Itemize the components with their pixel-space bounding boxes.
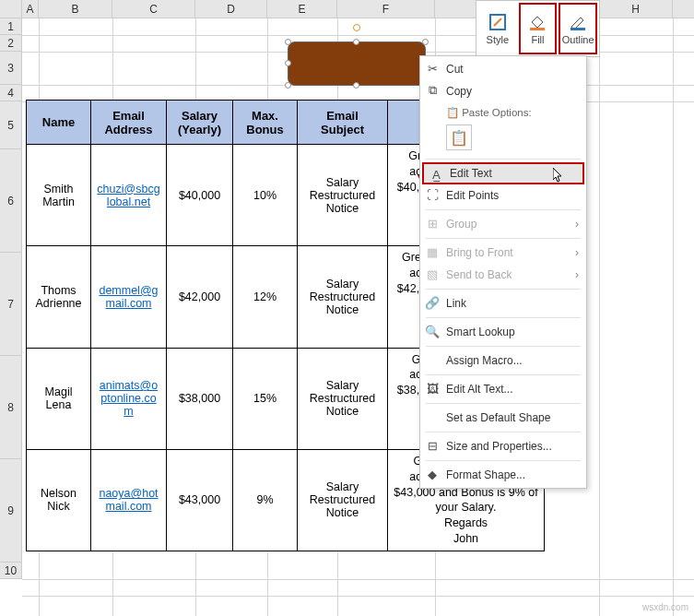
- col-header-e[interactable]: E: [267, 0, 337, 18]
- menu-label: Group: [446, 218, 476, 231]
- menu-edit-text[interactable]: A̲ Edit Text: [422, 162, 584, 184]
- menu-assign-macro[interactable]: Assign Macro...: [420, 349, 586, 372]
- menu-label: Send to Back: [446, 268, 512, 281]
- row-header-7[interactable]: 7: [0, 253, 21, 356]
- resize-handle[interactable]: [422, 39, 429, 45]
- style-label: Style: [487, 34, 509, 45]
- style-button[interactable]: Style: [478, 3, 517, 54]
- bring-front-icon: ▦: [425, 244, 440, 259]
- edit-points-icon: ⛶: [425, 187, 440, 202]
- menu-size-properties[interactable]: ⊟ Size and Properties...: [420, 435, 586, 457]
- menu-label: Link: [446, 297, 466, 310]
- menu-separator: [426, 238, 581, 239]
- menu-label: Set as Default Shape: [446, 411, 550, 424]
- email-link[interactable]: chuzi@sbcglobal.net: [97, 183, 159, 208]
- th-subject[interactable]: Email Subject: [298, 101, 388, 145]
- fill-label: Fill: [531, 34, 544, 45]
- cell-bonus[interactable]: 9%: [233, 449, 298, 551]
- menu-label: Edit Text: [450, 167, 492, 180]
- resize-handle[interactable]: [285, 82, 291, 89]
- rotate-handle[interactable]: [353, 24, 360, 31]
- fill-icon: [527, 12, 547, 32]
- menu-label: Size and Properties...: [446, 440, 552, 453]
- cell-email[interactable]: animats@optonline.com: [91, 348, 167, 449]
- menu-link[interactable]: 🔗 Link: [420, 292, 586, 314]
- col-header-c[interactable]: C: [112, 0, 195, 18]
- cell-subject[interactable]: Salary Restructured Notice: [298, 246, 388, 348]
- email-link[interactable]: demmel@gmail.com: [99, 284, 158, 310]
- th-salary[interactable]: Salary (Yearly): [167, 101, 233, 145]
- menu-cut[interactable]: ✂ Cut: [420, 58, 586, 80]
- fill-button[interactable]: Fill: [519, 3, 558, 54]
- cell-subject[interactable]: Salary Restructured Notice: [298, 348, 388, 449]
- menu-label: Edit Alt Text...: [446, 383, 512, 396]
- group-icon: ⊞: [425, 216, 440, 231]
- cell-salary[interactable]: $40,000: [167, 145, 233, 246]
- resize-handle[interactable]: [353, 39, 359, 45]
- menu-default-shape[interactable]: Set as Default Shape: [420, 407, 586, 429]
- menu-separator: [426, 289, 581, 290]
- cell-subject[interactable]: Salary Restructured Notice: [298, 449, 388, 551]
- menu-label: Format Shape...: [446, 468, 525, 481]
- row-header-9[interactable]: 9: [0, 459, 21, 563]
- cell-email[interactable]: demmel@gmail.com: [91, 246, 167, 348]
- email-link[interactable]: naoya@hotmail.com: [99, 487, 158, 513]
- cell-name[interactable]: Thoms Adrienne: [27, 246, 91, 348]
- menu-edit-alt-text[interactable]: 🖼 Edit Alt Text...: [420, 378, 586, 400]
- outline-label: Outline: [562, 34, 594, 45]
- row-header-3[interactable]: 3: [0, 52, 21, 85]
- paste-row: 📋: [420, 123, 586, 156]
- row-header-2[interactable]: 2: [0, 35, 21, 52]
- cell-salary[interactable]: $43,000: [167, 449, 233, 551]
- cell-name[interactable]: Nelson Nick: [27, 449, 91, 551]
- paste-option-button[interactable]: 📋: [446, 124, 472, 150]
- cell-bonus[interactable]: 10%: [233, 145, 298, 246]
- cell-salary[interactable]: $38,000: [167, 348, 233, 449]
- cell-salary[interactable]: $42,000: [167, 246, 233, 348]
- row-header-8[interactable]: 8: [0, 356, 21, 459]
- send-back-icon: ▧: [425, 267, 440, 281]
- th-name[interactable]: Name: [27, 101, 91, 145]
- menu-smart-lookup[interactable]: 🔍 Smart Lookup: [420, 321, 586, 343]
- menu-copy[interactable]: ⧉ Copy: [420, 80, 586, 102]
- cell-name[interactable]: Smith Martin: [27, 145, 91, 246]
- outline-button[interactable]: Outline: [559, 3, 597, 54]
- selected-shape[interactable]: [288, 41, 426, 86]
- cell-email[interactable]: naoya@hotmail.com: [91, 449, 167, 551]
- row-header-1[interactable]: 1: [0, 18, 21, 35]
- col-header-d[interactable]: D: [195, 0, 267, 18]
- menu-bring-front: ▦ Bring to Front: [420, 242, 586, 264]
- menu-separator: [426, 374, 581, 375]
- resize-handle[interactable]: [285, 39, 291, 45]
- row-header-5[interactable]: 5: [0, 101, 21, 149]
- email-link[interactable]: animats@optonline.com: [100, 379, 158, 418]
- col-header-b[interactable]: B: [39, 0, 112, 18]
- resize-handle[interactable]: [285, 60, 291, 66]
- menu-separator: [426, 403, 581, 404]
- cell-name[interactable]: Magil Lena: [27, 348, 91, 449]
- menu-group: ⊞ Group: [420, 213, 586, 235]
- col-header-a[interactable]: A: [22, 0, 39, 18]
- menu-label: Assign Macro...: [446, 354, 523, 367]
- col-header-h[interactable]: H: [599, 0, 673, 18]
- cell-bonus[interactable]: 15%: [233, 348, 298, 449]
- menu-send-back: ▧ Send to Back: [420, 264, 586, 286]
- th-email[interactable]: Email Address: [91, 101, 167, 145]
- row-header-10[interactable]: 10: [0, 563, 21, 579]
- cell-subject[interactable]: Salary Restructured Notice: [298, 145, 388, 246]
- menu-separator: [426, 346, 581, 347]
- cell-bonus[interactable]: 12%: [233, 246, 298, 348]
- menu-format-shape[interactable]: ◆ Format Shape...: [420, 464, 586, 486]
- paste-icon: 📋: [446, 107, 459, 118]
- paste-options-header: 📋 Paste Options:: [420, 102, 586, 123]
- row-header-6[interactable]: 6: [0, 149, 21, 253]
- menu-edit-points[interactable]: ⛶ Edit Points: [420, 184, 586, 207]
- menu-separator: [426, 460, 581, 461]
- watermark: wsxdn.com: [642, 602, 688, 612]
- resize-handle[interactable]: [353, 82, 359, 89]
- select-all-corner[interactable]: [0, 0, 22, 18]
- col-header-f[interactable]: F: [337, 0, 435, 18]
- cell-email[interactable]: chuzi@sbcglobal.net: [91, 145, 167, 246]
- row-header-4[interactable]: 4: [0, 85, 21, 101]
- th-bonus[interactable]: Max. Bonus: [233, 101, 298, 145]
